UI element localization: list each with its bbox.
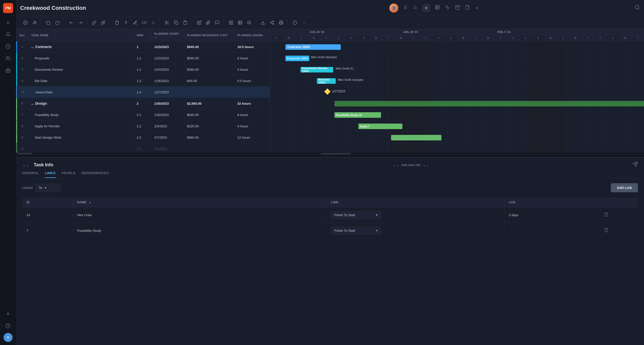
th-name[interactable]: NAME ▲: [73, 198, 327, 207]
copy-icon[interactable]: [172, 18, 180, 27]
top-user-avatar[interactable]: 👤: [389, 4, 398, 13]
row-name: Bid Date: [29, 75, 134, 86]
table-row[interactable]: 4 Bid Date 1.3 1/26/2023 $45.00 0.5 hour…: [16, 75, 270, 87]
svg-rect-38: [229, 21, 231, 24]
tab-people[interactable]: PEOPLE: [62, 171, 76, 178]
chevron-down-icon: ▼: [375, 229, 378, 232]
linked-to-dropdown[interactable]: To ▼: [35, 184, 61, 192]
zoom-icon[interactable]: [245, 18, 253, 27]
table-row[interactable]: 1 ▬Contracts 1 1/23/2023 $945.00 10.5 ho…: [16, 41, 270, 53]
gantt-bar-feasibility[interactable]: Feasibility Study 10: [334, 112, 381, 118]
table-row[interactable]: 6 ▬Design 2 1/30/2023 $2,560.00 32 hours: [16, 98, 270, 109]
link-icon[interactable]: [90, 18, 98, 27]
note-icon[interactable]: [195, 18, 203, 27]
gantt-bar-sdwork[interactable]: [391, 135, 441, 140]
unlink-icon[interactable]: [99, 18, 107, 27]
delete-link-icon[interactable]: [604, 213, 609, 218]
hide-task-info-button[interactable]: hide task info: [401, 163, 421, 167]
chevron-down-icon: ▼: [44, 186, 47, 189]
table-row[interactable]: 3 Documents Review 1.2 1/24/2023 $360.00…: [16, 64, 270, 75]
row-id: 5: [17, 87, 29, 98]
column-chart-icon[interactable]: [412, 5, 418, 11]
row-wbs: 2.3: [134, 132, 152, 143]
sidebar-item-people[interactable]: [3, 53, 13, 63]
sidebar-help-icon[interactable]: [3, 321, 13, 331]
undo-icon[interactable]: [44, 18, 53, 27]
indent-icon[interactable]: ⇥: [76, 18, 85, 27]
columns-icon[interactable]: [227, 18, 235, 27]
collapse-icon-task[interactable]: ⌄⌄: [393, 163, 399, 167]
task-table: ALL TASK NAME WBS PLANNED START ... PLAN…: [16, 29, 270, 155]
task-info-panel: ⌄⌄ Task Info ⌄⌄ hide task info ⌄⌄ GENERA…: [16, 157, 644, 345]
row-name: Proposals: [29, 53, 134, 64]
outdent-icon[interactable]: ⇤: [67, 18, 75, 27]
list-view-icon[interactable]: [402, 5, 407, 11]
tab-links[interactable]: LINKS: [45, 171, 56, 178]
link-type-dropdown-1[interactable]: Finish To Start ▼: [331, 211, 381, 219]
delete-link-icon[interactable]: [604, 228, 609, 233]
text-format-icon[interactable]: T: [122, 18, 130, 27]
sidebar-item-home[interactable]: ⌂: [3, 17, 13, 27]
add-person-icon[interactable]: [30, 18, 39, 27]
table-view-icon[interactable]: [236, 18, 244, 27]
toolbar-group-format: T 123 ◇: [111, 18, 160, 27]
table-row[interactable]: 2 Proposals 1.1 1/23/2023 $540.00 6 hour…: [16, 53, 270, 64]
table-row[interactable]: 5 Award Date 1.4 1/27/2023: [16, 87, 270, 98]
gantt-bar-contracts[interactable]: Contracts 100%: [285, 44, 341, 50]
tab-general[interactable]: GENERAL: [22, 171, 39, 178]
print-icon[interactable]: [277, 18, 285, 27]
sidebar-item-briefcase[interactable]: [3, 65, 13, 75]
add-task-icon[interactable]: [21, 18, 30, 27]
row-name: Start Design Work: [29, 132, 134, 143]
redo-icon[interactable]: [53, 18, 62, 27]
sidebar-item-clock[interactable]: [3, 41, 13, 51]
user-avatar[interactable]: U: [4, 333, 13, 342]
main-area: Creekwood Construction 👤 ≡ +: [16, 0, 644, 345]
gantt-bar-permits[interactable]: Apply f: [358, 124, 402, 129]
search-icon[interactable]: [634, 5, 640, 11]
gantt-bar-bid-date[interactable]: Bid Date 100%: [317, 78, 336, 84]
cut-icon[interactable]: [163, 18, 171, 27]
sidebar-item-notifications[interactable]: [3, 29, 13, 39]
table-row[interactable]: 8 Apply for Permits 2.2 2/3/2023 $320.00…: [16, 121, 270, 132]
collapse-icon[interactable]: ▬: [31, 46, 34, 49]
table-row[interactable]: 10 ... 2.4 2/9/2023: [16, 143, 270, 153]
collapse-icon-2[interactable]: ⌄⌄: [423, 163, 429, 167]
row-start: 2/9/2023: [152, 143, 184, 153]
download-icon[interactable]: [259, 18, 267, 27]
resize-handle[interactable]: • • •: [16, 155, 644, 157]
line-chart-icon[interactable]: [445, 5, 450, 11]
add-link-button[interactable]: Add Link: [611, 183, 638, 192]
gantt-bar-docs-review[interactable]: Documents Review 100%: [300, 67, 333, 72]
info-icon[interactable]: [291, 18, 299, 27]
diamond-icon[interactable]: ◇: [149, 18, 158, 27]
link-id: 7: [22, 223, 73, 239]
paste-icon[interactable]: [181, 18, 190, 27]
highlight-icon[interactable]: [131, 18, 139, 27]
expand-icon[interactable]: ⌄⌄: [22, 162, 30, 168]
comment-icon[interactable]: [213, 18, 221, 27]
add-view-icon[interactable]: +: [475, 5, 478, 11]
send-icon[interactable]: [632, 162, 638, 168]
spreadsheet-icon[interactable]: [435, 5, 440, 11]
gantt-day: F: [420, 35, 432, 41]
link-type-dropdown-2[interactable]: Finish To Start ▼: [331, 226, 381, 235]
share-icon[interactable]: [268, 18, 276, 27]
document-icon[interactable]: [465, 5, 470, 11]
collapse-icon[interactable]: ▬: [31, 102, 34, 105]
gantt-header: JAN, 22 '23 JAN, 29 '23 FEB, 5 '23 S M T…: [270, 29, 644, 41]
gantt-view-icon[interactable]: ≡: [423, 4, 430, 12]
number-format-icon[interactable]: 123: [140, 18, 148, 27]
table-row[interactable]: 9 Start Design Work 2.3 2/7/2023 $960.00…: [16, 132, 270, 143]
calendar-icon[interactable]: [455, 5, 460, 11]
tab-dependencies[interactable]: DEPENDENCIES: [82, 171, 109, 178]
more-options-icon[interactable]: ···: [300, 18, 308, 27]
sidebar-add-icon[interactable]: +: [3, 309, 13, 319]
row-id: 9: [16, 132, 29, 143]
delete-row-icon[interactable]: [113, 18, 121, 27]
table-row[interactable]: 7 Feasibility Study 2.1 1/30/2023 $640.0…: [16, 109, 270, 121]
gantt-bar-proposals[interactable]: Proposals 100%: [285, 56, 309, 61]
app-logo[interactable]: PM: [3, 3, 13, 13]
gantt-bar-design[interactable]: [334, 101, 644, 106]
attachment-icon[interactable]: [204, 18, 212, 27]
